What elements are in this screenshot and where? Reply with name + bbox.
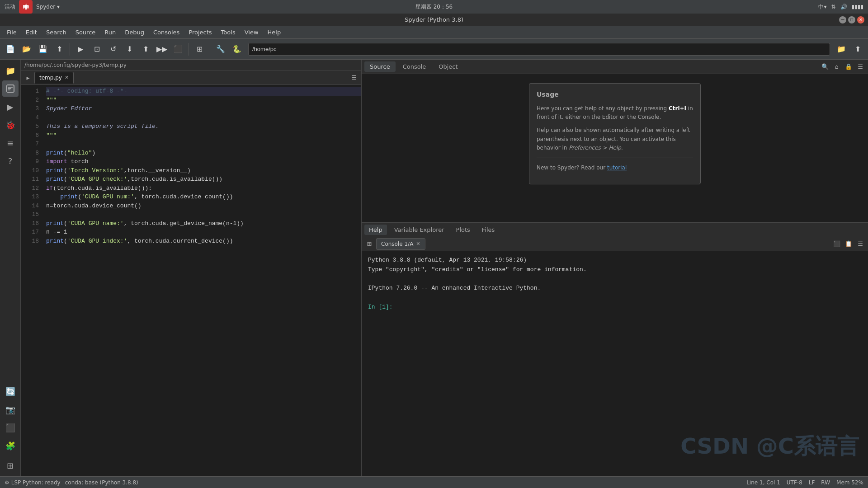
sidebar-apps-icon[interactable]: ⊞: [2, 457, 19, 474]
preferences-button[interactable]: 🔧: [213, 42, 228, 57]
console-line-2: Type "copyright", "credits" or "license"…: [368, 265, 862, 275]
code-line-15: [46, 210, 361, 219]
console-prompt-line[interactable]: In [1]:: [368, 303, 862, 312]
editor-tab-label: temp.py: [39, 75, 62, 81]
python-path-button[interactable]: 🐍: [229, 42, 245, 57]
statusbar-right: Line 1, Col 1 UTF-8 LF RW Mem 52%: [746, 479, 863, 486]
bottom-tab-variable-explorer[interactable]: Variable Explorer: [390, 225, 449, 235]
console-stop-button[interactable]: ⬛: [832, 239, 842, 249]
stop-button[interactable]: ⬛: [170, 42, 186, 57]
code-line-3: Spyder Editor: [46, 104, 361, 113]
panel-tab-source[interactable]: Source: [364, 61, 396, 72]
console-tab-1a[interactable]: Console 1/A ✕: [376, 238, 425, 250]
sidebar-terminal-icon[interactable]: ⬛: [2, 419, 19, 436]
code-line-14: n=torch.cuda.device_count(): [46, 202, 361, 211]
line-ending-status: LF: [809, 479, 815, 486]
continue-button[interactable]: ▶▶: [154, 42, 170, 57]
menu-source[interactable]: Source: [71, 27, 100, 38]
code-line-12: if(torch.cuda.is_available()):: [46, 184, 361, 193]
code-line-2: """: [46, 96, 361, 105]
code-line-5: This is a temporary script file.: [46, 122, 361, 131]
system-bar: 活动 🕷 Spyder ▾ 星期四 20：56 中▾ ⇅ 🔊 ▮▮▮▮: [0, 0, 868, 14]
console-copy-button[interactable]: 📋: [844, 239, 854, 249]
sidebar-camera-icon[interactable]: 📷: [2, 401, 19, 418]
code-editor[interactable]: 12345 678910 1112131415 161718 # -*- cod…: [21, 85, 361, 476]
tutorial-link[interactable]: tutorial: [607, 164, 627, 171]
run-cell-button[interactable]: ⊡: [89, 42, 104, 57]
step-over-button[interactable]: ⬆: [138, 42, 153, 57]
save-as-button[interactable]: ⬆: [52, 42, 67, 57]
menu-search[interactable]: Search: [42, 27, 71, 38]
panel-lock-button[interactable]: 🔒: [844, 62, 854, 72]
editor-tab-temp-py[interactable]: temp.py ✕: [34, 72, 74, 84]
panel-tab-object[interactable]: Object: [433, 61, 463, 72]
right-top-panel: Source Console Object 🔍 ⌂ 🔒 ☰ Usage Here…: [362, 60, 868, 222]
console-tab-label: Console 1/A: [381, 241, 413, 247]
panel-search-input[interactable]: 🔍: [820, 62, 830, 72]
bottom-tab-help[interactable]: Help: [364, 225, 387, 235]
panel-home-button[interactable]: ⌂: [832, 62, 842, 72]
console-options-button[interactable]: ☰: [855, 239, 865, 249]
code-line-4: [46, 113, 361, 122]
menu-edit[interactable]: Edit: [21, 27, 42, 38]
code-line-6: """: [46, 131, 361, 140]
expand-file-tree-button[interactable]: ▸: [23, 72, 33, 83]
save-file-button[interactable]: 💾: [35, 42, 51, 57]
sidebar-run-icon[interactable]: ▶: [2, 99, 19, 115]
menu-debug[interactable]: Debug: [120, 27, 149, 38]
panel-tab-console[interactable]: Console: [397, 61, 432, 72]
run-button[interactable]: ▶: [73, 42, 88, 57]
console-pane: ⊞ Console 1/A ✕ ⬛ 📋 ☰ Python 3.8.8 (defa…: [362, 237, 868, 476]
minimize-button[interactable]: ─: [839, 16, 846, 23]
line-numbers: 12345 678910 1112131415 161718: [21, 85, 42, 476]
menu-view[interactable]: View: [240, 27, 263, 38]
working-directory-input[interactable]: [248, 43, 830, 56]
activity-label[interactable]: 活动: [5, 3, 15, 11]
console-content[interactable]: Python 3.8.8 (default, Apr 13 2021, 19:5…: [362, 251, 868, 476]
help-box-divider: [537, 158, 693, 158]
step-into-button[interactable]: ⬇: [122, 42, 137, 57]
panel-options-button[interactable]: ☰: [855, 62, 865, 72]
maximize-button[interactable]: □: [848, 16, 855, 23]
menu-tools[interactable]: Tools: [217, 27, 240, 38]
console-expand-icon[interactable]: ⊞: [364, 239, 374, 249]
close-button[interactable]: ✕: [857, 16, 864, 23]
sidebar-help-icon[interactable]: ?: [2, 153, 19, 169]
tab-menu-button[interactable]: ☰: [349, 72, 359, 83]
sidebar-conda-icon[interactable]: 🔄: [2, 383, 19, 399]
tab-close-button[interactable]: ✕: [65, 75, 69, 80]
battery-icon: ▮▮▮▮: [852, 4, 863, 10]
upload-button[interactable]: ⬆: [850, 42, 865, 57]
encoding-status: UTF-8: [787, 479, 802, 486]
code-content[interactable]: # -*- coding: utf-8 -*- """ Spyder Edito…: [42, 85, 361, 476]
input-method-indicator[interactable]: 中▾: [818, 3, 826, 11]
lsp-status-text: LSP Python: ready: [11, 479, 61, 486]
sidebar-outline-icon[interactable]: ≡: [2, 135, 19, 151]
sidebar-debug-icon[interactable]: 🐞: [2, 117, 19, 133]
app-menu-label[interactable]: Spyder ▾: [36, 4, 60, 10]
menu-file[interactable]: File: [2, 27, 21, 38]
browse-directory-button[interactable]: 📁: [834, 42, 849, 57]
new-file-button[interactable]: 📄: [3, 42, 18, 57]
system-datetime: 星期四 20：56: [415, 4, 453, 10]
menu-consoles[interactable]: Consoles: [149, 27, 184, 38]
menubar: File Edit Search Source Run Debug Consol…: [0, 26, 868, 39]
open-file-button[interactable]: 📂: [19, 42, 34, 57]
menu-run[interactable]: Run: [100, 27, 120, 38]
bottom-tab-plots[interactable]: Plots: [452, 225, 475, 235]
help-content-area: Usage Here you can get help of any objec…: [362, 74, 868, 222]
bottom-tabs-bar: Help Variable Explorer Plots Files: [362, 222, 868, 237]
spyder-app-logo[interactable]: 🕷: [19, 0, 33, 14]
console-tab-close[interactable]: ✕: [416, 241, 420, 247]
network-icon: ⇅: [831, 4, 836, 10]
sidebar-files-icon[interactable]: 📁: [2, 62, 19, 79]
sidebar-editor-icon[interactable]: [2, 80, 19, 97]
sidebar-plugin-icon[interactable]: 🧩: [2, 437, 19, 454]
menu-help[interactable]: Help: [263, 27, 286, 38]
run-debug-button[interactable]: ↺: [105, 42, 121, 57]
code-line-8: print("hello"): [46, 149, 361, 158]
volume-icon[interactable]: 🔊: [840, 4, 847, 10]
bottom-tab-files[interactable]: Files: [477, 225, 500, 235]
split-editor-button[interactable]: ⊞: [192, 42, 207, 57]
menu-projects[interactable]: Projects: [184, 27, 216, 38]
